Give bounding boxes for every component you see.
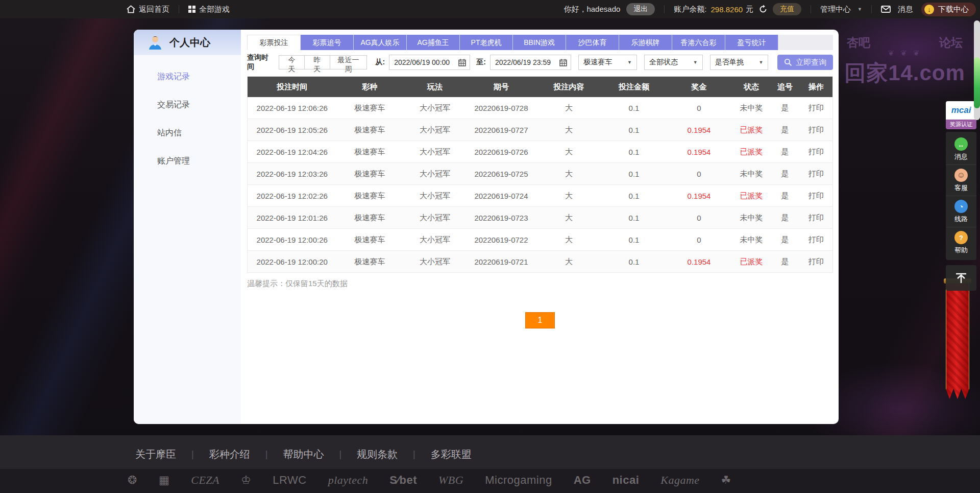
cell-issue: 20220619-0727 — [467, 119, 536, 141]
tab-BBIN游戏[interactable]: BBIN游戏 — [513, 35, 566, 50]
cell-prize: 0 — [666, 97, 732, 119]
status-select[interactable]: 全部状态 ▼ — [644, 55, 703, 70]
widget-panel: ‥ 消息 ☺ 客服 ◔ 线路 ? 帮助 — [946, 132, 976, 260]
prize-cert-badge[interactable]: 奖源认证 — [946, 120, 976, 129]
cell-amount: 0.1 — [602, 207, 666, 229]
service-icon: ☺ — [954, 169, 968, 182]
watermark-text-left: 杏吧 — [847, 35, 870, 51]
tab-盈亏统计[interactable]: 盈亏统计 — [725, 35, 778, 50]
mcai-cert-logo[interactable]: mcai — [946, 101, 976, 120]
footer-link-规则条款[interactable]: 规则条款 — [357, 448, 398, 461]
widget-帮助[interactable]: ? 帮助 — [946, 227, 976, 258]
cell-chase: 是 — [771, 119, 800, 141]
scrollbar-track[interactable] — [974, 20, 980, 120]
cell-content: 大 — [536, 251, 602, 273]
tab-乐游棋牌[interactable]: 乐游棋牌 — [619, 35, 672, 50]
print-link[interactable]: 打印 — [808, 125, 824, 134]
sidebar-item-游戏记录[interactable]: 游戏记录 — [134, 62, 241, 90]
footer-link-多彩联盟[interactable]: 多彩联盟 — [431, 448, 472, 461]
print-link[interactable]: 打印 — [808, 213, 824, 222]
footer-link-关于摩臣[interactable]: 关于摩臣 — [135, 448, 176, 461]
tab-PT老虎机[interactable]: PT老虎机 — [460, 35, 513, 50]
search-button[interactable]: 立即查询 — [777, 55, 833, 70]
content-area: 彩票投注彩票追号AG真人娱乐AG捕鱼王PT老虎机BBIN游戏沙巴体育乐游棋牌香港… — [241, 30, 839, 424]
print-link[interactable]: 打印 — [808, 191, 824, 200]
sidebar-item-账户管理[interactable]: 账户管理 — [134, 147, 241, 175]
partner-logo: nicai — [612, 474, 640, 487]
tab-彩票投注[interactable]: 彩票投注 — [247, 35, 301, 50]
cell-prize: 0.1954 — [666, 141, 732, 163]
quick-today-button[interactable]: 今天 — [279, 55, 305, 69]
cell-status: 已派奖 — [732, 141, 771, 163]
quick-lastweek-button[interactable]: 最近一周 — [330, 55, 368, 69]
print-link[interactable]: 打印 — [808, 235, 824, 244]
chevron-down-icon: ▼ — [857, 7, 862, 12]
cell-play: 大小冠军 — [403, 229, 467, 251]
table-header: 投注时间 彩种 玩法 期号 投注内容 投注金额 奖金 状态 追号 操作 — [248, 77, 833, 98]
topbar-separator — [179, 5, 179, 13]
cell-status: 未中奖 — [732, 97, 771, 119]
scrollbar-thumb[interactable] — [974, 57, 980, 108]
tab-香港六合彩[interactable]: 香港六合彩 — [672, 35, 725, 50]
date-from-input[interactable]: 2022/06/19 00:00 — [389, 55, 470, 70]
print-link[interactable]: 打印 — [808, 257, 824, 266]
print-link[interactable]: 打印 — [808, 169, 824, 178]
cell-issue: 20220619-0726 — [467, 141, 536, 163]
cell-play: 大小冠军 — [403, 251, 467, 273]
watermark-text-right: 论坛 — [939, 35, 963, 51]
all-games-link[interactable]: 全部游戏 — [188, 5, 230, 14]
quick-date-group: 今天 昨天 最近一周 — [279, 55, 367, 69]
footer-link-彩种介绍[interactable]: 彩种介绍 — [209, 448, 250, 461]
chevron-down-icon: ▼ — [759, 60, 764, 65]
print-link[interactable]: 打印 — [808, 103, 824, 112]
sidebar-item-交易记录[interactable]: 交易记录 — [134, 90, 241, 119]
recharge-button[interactable]: 充值 — [773, 3, 801, 15]
admin-center-menu[interactable]: 管理中心 ▼ — [820, 5, 862, 14]
back-home-label: 返回首页 — [139, 5, 169, 14]
table-row: 2022-06-19 12:00:26 极速赛车 大小冠军 20220619-0… — [248, 229, 833, 251]
widget-线路[interactable]: ◔ 线路 — [946, 196, 976, 227]
search-icon — [784, 58, 792, 66]
cell-action: 打印 — [800, 141, 833, 163]
tab-AG捕鱼王[interactable]: AG捕鱼王 — [407, 35, 460, 50]
header-action: 操作 — [800, 77, 833, 98]
refresh-balance-icon[interactable] — [758, 5, 768, 14]
partner-logo: ❂ — [128, 474, 137, 487]
cell-issue: 20220619-0723 — [467, 207, 536, 229]
table-row: 2022-06-19 12:04:26 极速赛车 大小冠军 20220619-0… — [248, 141, 833, 163]
footer-link-帮助中心[interactable]: 帮助中心 — [283, 448, 324, 461]
header-amount: 投注金额 — [602, 77, 666, 98]
sidebar-item-站内信[interactable]: 站内信 — [134, 119, 241, 147]
page-1-button[interactable]: 1 — [525, 312, 555, 328]
messages-label: 消息 — [898, 5, 913, 14]
cell-play: 大小冠军 — [403, 185, 467, 207]
widget-label: 帮助 — [954, 246, 968, 255]
mcai-logo-text: mcai — [951, 105, 971, 115]
print-link[interactable]: 打印 — [808, 147, 824, 156]
back-to-top-button[interactable] — [946, 265, 976, 291]
quick-yesterday-button[interactable]: 昨天 — [305, 55, 330, 69]
download-center-button[interactable]: ↓ 下载中心 — [921, 3, 976, 16]
calendar-icon[interactable] — [559, 59, 567, 66]
calendar-icon[interactable] — [458, 59, 466, 66]
logout-button[interactable]: 退出 — [626, 3, 655, 15]
back-home-link[interactable]: 返回首页 — [127, 5, 169, 14]
messages-link[interactable]: 消息 — [881, 5, 913, 14]
tab-AG真人娱乐[interactable]: AG真人娱乐 — [354, 35, 407, 50]
bets-table: 投注时间 彩种 玩法 期号 投注内容 投注金额 奖金 状态 追号 操作 2022… — [247, 76, 833, 273]
tab-彩票追号[interactable]: 彩票追号 — [301, 35, 354, 50]
single-pick-select[interactable]: 是否单挑 ▼ — [710, 55, 769, 70]
date-to-input[interactable]: 2022/06/19 23:59 — [490, 55, 571, 70]
widget-客服[interactable]: ☺ 客服 — [946, 165, 976, 196]
topbar-separator — [811, 5, 811, 13]
cell-lottery: 极速赛车 — [337, 229, 403, 251]
cell-amount: 0.1 — [602, 97, 666, 119]
home-icon — [127, 5, 135, 13]
tab-沙巴体育[interactable]: 沙巴体育 — [566, 35, 619, 50]
lottery-select[interactable]: 极速赛车 ▼ — [578, 55, 637, 70]
topbar-separator — [871, 5, 872, 13]
promo-banner[interactable] — [944, 278, 971, 404]
search-button-label: 立即查询 — [796, 58, 826, 67]
widget-消息[interactable]: ‥ 消息 — [946, 134, 976, 165]
watermark-domain: 回家14.com — [840, 59, 970, 87]
